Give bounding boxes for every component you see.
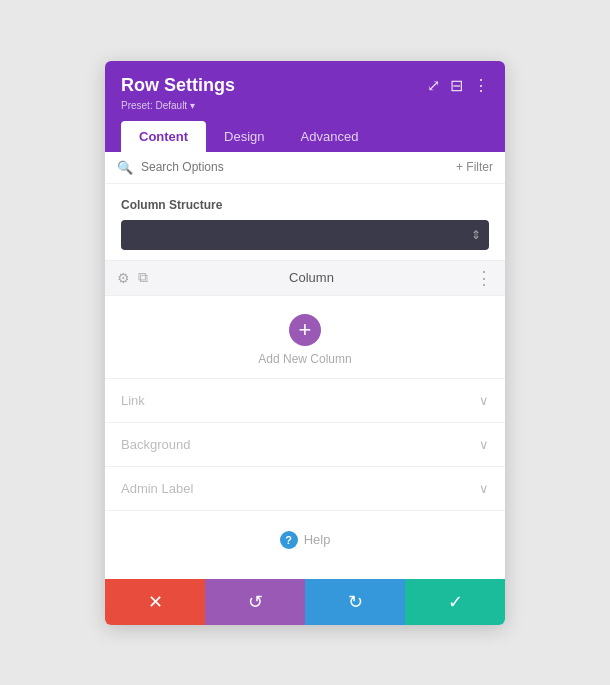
accordion-admin-label-label: Admin Label [121, 481, 193, 496]
search-input[interactable] [141, 160, 448, 174]
tab-content[interactable]: Content [121, 121, 206, 152]
tab-design[interactable]: Design [206, 121, 282, 152]
column-row: ⚙ ⧉ Column ⋮ [105, 260, 505, 296]
chevron-down-icon: ∨ [479, 437, 489, 452]
search-icon: 🔍 [117, 160, 133, 175]
column-structure-section: Column Structure Full Width [105, 184, 505, 260]
panel-body: 🔍 + Filter Column Structure Full Width ⚙… [105, 152, 505, 579]
column-row-icons: ⚙ ⧉ [117, 269, 148, 286]
panel-tabs: Content Design Advanced [121, 121, 489, 152]
settings-icon[interactable]: ⚙ [117, 270, 130, 286]
more-options-icon[interactable]: ⋮ [473, 76, 489, 95]
copy-icon[interactable]: ⧉ [138, 269, 148, 286]
tab-advanced[interactable]: Advanced [283, 121, 377, 152]
help-label[interactable]: Help [304, 532, 331, 547]
accordion-background[interactable]: Background ∨ [105, 423, 505, 467]
panel-title: Row Settings [121, 75, 235, 96]
filter-button[interactable]: + Filter [456, 160, 493, 174]
preset-arrow-icon: ▾ [190, 100, 195, 111]
expand-icon[interactable]: ⤢ [427, 76, 440, 95]
accordion-background-label: Background [121, 437, 190, 452]
column-structure-select[interactable]: Full Width [121, 220, 489, 250]
add-column-area: + Add New Column [105, 296, 505, 379]
panel-footer: ✕ ↺ ↻ ✓ [105, 579, 505, 625]
columns-icon[interactable]: ⊟ [450, 76, 463, 95]
preset-text: Preset: Default [121, 100, 187, 111]
help-icon: ? [280, 531, 298, 549]
header-icons: ⤢ ⊟ ⋮ [427, 76, 489, 95]
search-bar: 🔍 + Filter [105, 152, 505, 184]
accordion-link-label: Link [121, 393, 145, 408]
preset-label[interactable]: Preset: Default ▾ [121, 100, 489, 111]
redo-button[interactable]: ↻ [305, 579, 405, 625]
column-structure-select-wrapper: Full Width [121, 220, 489, 250]
reset-button[interactable]: ↺ [205, 579, 305, 625]
accordion-link[interactable]: Link ∨ [105, 379, 505, 423]
column-row-label: Column [148, 270, 475, 285]
add-column-label: Add New Column [258, 352, 351, 366]
help-section: ? Help [105, 511, 505, 579]
chevron-down-icon: ∨ [479, 481, 489, 496]
column-row-dots[interactable]: ⋮ [475, 267, 493, 289]
column-structure-title: Column Structure [121, 198, 489, 212]
panel-header-top: Row Settings ⤢ ⊟ ⋮ [121, 75, 489, 96]
save-button[interactable]: ✓ [405, 579, 505, 625]
panel: Row Settings ⤢ ⊟ ⋮ Preset: Default ▾ Con… [105, 61, 505, 625]
cancel-button[interactable]: ✕ [105, 579, 205, 625]
chevron-down-icon: ∨ [479, 393, 489, 408]
panel-header: Row Settings ⤢ ⊟ ⋮ Preset: Default ▾ Con… [105, 61, 505, 152]
panel-wrapper: Row Settings ⤢ ⊟ ⋮ Preset: Default ▾ Con… [105, 61, 505, 625]
add-column-button[interactable]: + [289, 314, 321, 346]
accordion-admin-label[interactable]: Admin Label ∨ [105, 467, 505, 511]
